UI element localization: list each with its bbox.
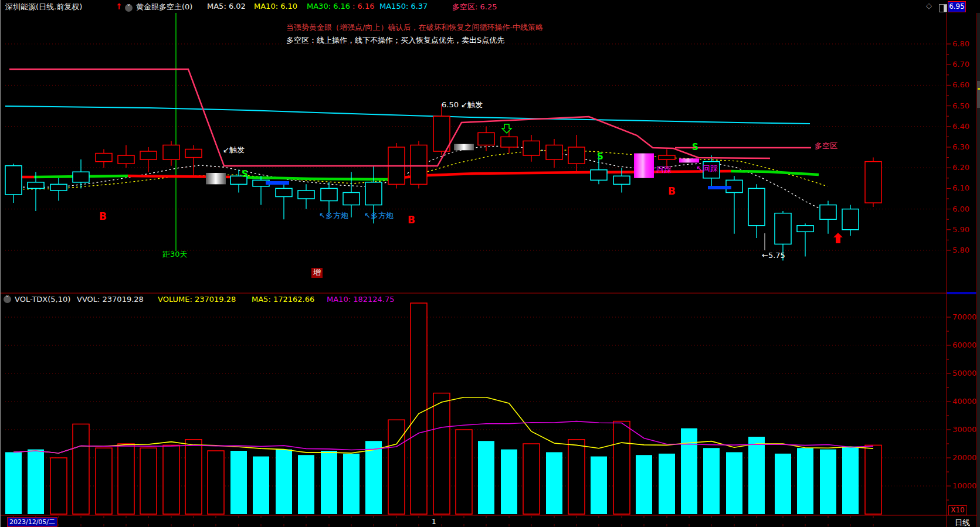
diamond-icon[interactable]: ◇ [926,1,932,10]
period-label[interactable]: 日线 [955,518,970,527]
volume-axis-label: 70000 [952,312,976,321]
volume-bar-up [613,421,630,514]
signal-bar-magenta [679,158,699,162]
price-axis-label: 6.10 [952,183,969,192]
volume-bar-down [703,448,720,514]
candle-body [478,132,494,145]
volume-axis-label: 10000 [952,481,976,490]
date-axis-bar: 2023/12/05/二 1 日线 [1,515,980,527]
price-axis-label: 6.80 [952,39,969,48]
duokongqu-line-label: 多空区 [815,142,837,151]
candle-body [50,184,67,191]
sell-mark-2: S [597,152,603,162]
pullback-label-1: 回踩 [656,166,672,175]
volume-value: VOLUME: 237019.28 [158,295,236,304]
candle-body [298,191,314,199]
price-axis-label: 5.90 [952,225,969,234]
ma150-line [5,106,810,124]
axis-separator-blue [947,292,976,294]
volume-bar-down [230,451,247,514]
volume-bar-down [681,429,697,514]
candle-body [748,188,765,225]
price-axis-label: 6.30 [952,142,969,151]
pullback-label-2: ↖回踩 [696,165,718,174]
volume-header: ˅ VOL-TDX(5,10) VVOL: 237019.28 VOLUME: … [1,294,945,304]
price-axis-label: 6.00 [952,205,969,213]
trend-thick-line [388,171,731,179]
trend-thick-line [731,171,819,175]
candle-body [523,141,540,155]
candle-body [842,209,859,230]
buy-mark-1: B [99,211,107,223]
sell-mark-1: S [242,169,248,179]
sell-mark-3: S [692,142,698,152]
volume-bar-down [636,455,652,514]
volume-bar-down [28,450,44,514]
ma5-value[interactable]: MA5: 6.02 [207,2,246,11]
volume-axis-label: 40000 [952,397,976,406]
title-bar: 深圳能源(日线.前复权) ↑ ˅ 黄金眼多空主(0) MA5: 6.02 MA1… [1,0,980,13]
ma10-value[interactable]: MA10: 6.10 [254,2,297,11]
stock-title[interactable]: 深圳能源(日线.前复权) [5,2,82,12]
indicator-name[interactable]: 黄金眼多空主(0) [136,2,192,12]
volume-bar-down [343,454,360,514]
volume-bar-down [253,457,269,514]
strategy-note-line1: 当强势黄金眼（增强点/向上）确认后，在破坏和恢复之间循环操作-中线策略 [286,23,543,32]
buy-mark-2: B [408,215,415,226]
volume-bar-down [276,450,292,514]
candle-body [613,176,630,184]
volume-bar-down [820,450,836,514]
candle-body [775,213,791,244]
days-30-label: 距30天 [162,250,188,259]
volume-axis-label: 60000 [952,341,976,349]
ma30-alt-value: : 6.16 [352,2,374,11]
zeng-marker: 增 [311,268,323,278]
candle-body [568,147,585,164]
volume-bar-up [523,444,540,514]
candle-body [140,151,157,159]
volume-bar-up [73,424,89,514]
candle-body [501,137,517,147]
candle-body [5,166,22,195]
volume-multiplier-badge: X10 [948,505,967,515]
volume-bar-up [163,445,179,514]
month-marker: 1 [432,518,436,526]
volume-bar-down [365,441,382,514]
red-up-arrow-icon [833,233,843,243]
candle-body [321,188,337,200]
blue-signal-bar [708,186,731,189]
candle-body [411,145,427,184]
candle-body [433,116,450,151]
volume-bar-down [591,457,607,514]
ma30-value[interactable]: MA30: 6.16 [307,2,350,11]
candle-body [365,182,382,205]
volume-bar-down [775,454,791,514]
candle-body [73,172,89,182]
volume-bar-down [726,452,742,514]
selected-date-box[interactable]: 2023/12/05/二 [7,517,57,527]
volume-bar-down [501,450,517,514]
trigger-650-label: 6.50 ↙触发 [442,101,483,110]
volume-axis-label: 50000 [952,369,976,378]
volume-indicator-name[interactable]: VOL-TDX(5,10) [15,295,70,304]
signal-bar-magenta [634,154,654,178]
volume-bar-down [659,454,675,514]
tdx-app-window: 深圳能源(日线.前复权) ↑ ˅ 黄金眼多空主(0) MA5: 6.02 MA1… [0,0,980,527]
candle-body [185,149,202,158]
volume-bar-up [50,458,67,514]
price-axis-label: 6.60 [952,80,969,89]
price-axis-label: 6.20 [952,163,969,172]
volume-bar-up [865,445,881,514]
duokong-value: 多空区: 6.25 [452,2,497,12]
volume-bar-down [748,437,765,514]
candle-body [276,188,292,196]
chart-canvas[interactable]: 6.806.706.606.506.406.306.206.106.005.90… [1,0,980,527]
candle-body [28,182,44,189]
signal-bar-gray [454,144,474,151]
ma150-value[interactable]: MA150: 6.37 [379,2,428,11]
volume-bar-up [568,440,585,514]
candle-body [659,155,675,159]
signal-bar-gray [206,173,226,184]
volume-bar-up [433,393,450,514]
volume-axis-label: 30000 [952,425,976,434]
